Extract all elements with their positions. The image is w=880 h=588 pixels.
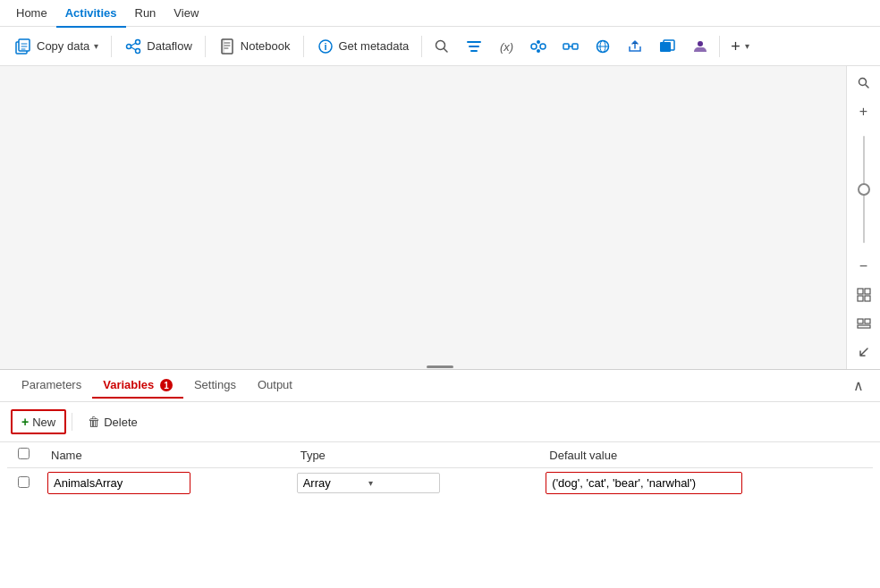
filter-button[interactable]	[460, 34, 488, 59]
tab-variables[interactable]: Variables 1	[92, 373, 183, 399]
dataflow-button[interactable]: Dataflow	[117, 34, 199, 59]
variables-table-container: Name Type Default value	[0, 442, 880, 498]
svg-rect-19	[572, 44, 578, 49]
row-name-cell	[40, 468, 290, 499]
svg-rect-32	[865, 319, 870, 323]
notebook-icon	[218, 38, 236, 55]
fit-width-button[interactable]	[850, 310, 877, 337]
row-default-value-cell	[538, 468, 873, 499]
outlook-button[interactable]: O	[653, 34, 681, 59]
svg-point-15	[540, 44, 546, 49]
panel-collapse-button[interactable]: ∧	[848, 375, 869, 396]
delete-label: Delete	[104, 416, 138, 429]
svg-text:O: O	[665, 42, 671, 50]
tab-output[interactable]: Output	[247, 373, 303, 399]
col-header-name: Name	[40, 442, 290, 468]
svg-point-17	[537, 49, 540, 53]
fit-page-button[interactable]	[850, 281, 877, 308]
more-button[interactable]: + ▾	[725, 35, 755, 58]
zoom-in-icon: +	[859, 105, 867, 119]
more-chevron: ▾	[745, 41, 749, 51]
delete-button[interactable]: 🗑 Delete	[78, 410, 148, 433]
col-header-default-value: Default value	[538, 442, 873, 468]
zoom-slider-track[interactable]	[863, 136, 865, 243]
variables-badge: 1	[160, 379, 173, 391]
pipeline-button[interactable]	[556, 34, 585, 59]
row-checkbox[interactable]	[18, 476, 30, 488]
delete-icon: 🗑	[88, 415, 100, 429]
teams-icon	[690, 38, 708, 55]
filter-icon	[465, 38, 483, 55]
zoom-out-button[interactable]: −	[850, 253, 877, 280]
svg-rect-10	[467, 41, 481, 43]
svg-rect-27	[858, 289, 863, 294]
table-row: Array ▾	[7, 468, 873, 499]
toolbar-sep-2	[205, 36, 206, 57]
get-metadata-label: Get metadata	[339, 39, 410, 53]
menu-bar: Home Activities Run View	[0, 0, 880, 27]
svg-rect-18	[563, 44, 569, 49]
copy-data-button[interactable]: Copy data ▾	[7, 34, 106, 59]
name-input[interactable]	[47, 472, 190, 494]
collapse-canvas-button[interactable]	[850, 339, 877, 365]
notebook-button[interactable]: Notebook	[211, 34, 298, 59]
search-toolbar-button[interactable]	[427, 34, 456, 59]
row-type-cell: Array ▾	[290, 468, 539, 499]
globe-icon	[594, 38, 612, 55]
tab-output-label: Output	[258, 378, 292, 391]
svg-rect-6	[222, 39, 224, 54]
svg-point-2	[127, 44, 131, 48]
zoom-in-button[interactable]: +	[850, 98, 877, 125]
share-icon	[626, 38, 644, 55]
svg-rect-29	[858, 296, 863, 301]
copy-data-icon	[14, 38, 32, 55]
copy-data-chevron: ▾	[94, 41, 98, 51]
tab-parameters[interactable]: Parameters	[11, 373, 92, 399]
tab-settings-label: Settings	[194, 378, 236, 391]
type-select-value: Array	[303, 476, 368, 490]
tab-settings[interactable]: Settings	[183, 373, 247, 399]
new-button[interactable]: + New	[11, 409, 66, 434]
activities-button[interactable]	[524, 34, 553, 59]
outlook-icon: O	[658, 38, 676, 55]
col-header-type: Type	[290, 442, 539, 468]
svg-rect-28	[865, 289, 870, 294]
more-label: +	[731, 38, 740, 55]
menu-activities[interactable]: Activities	[56, 3, 126, 23]
menu-home[interactable]: Home	[7, 3, 56, 23]
svg-rect-12	[470, 50, 478, 52]
right-controls: + −	[846, 66, 880, 369]
type-select-chevron: ▾	[368, 478, 434, 488]
col-header-checkbox	[7, 442, 40, 468]
activities-icon	[529, 38, 547, 55]
copy-data-label: Copy data	[37, 39, 89, 53]
toolbar-sep-1	[111, 36, 112, 57]
search-canvas-button[interactable]	[850, 70, 877, 97]
dataflow-label: Dataflow	[147, 39, 192, 53]
select-all-checkbox[interactable]	[18, 448, 30, 459]
action-separator	[72, 413, 72, 431]
globe-button[interactable]	[588, 34, 617, 59]
svg-point-4	[136, 48, 140, 53]
formula-button[interactable]: (x)	[492, 34, 520, 59]
get-metadata-button[interactable]: i Get metadata	[309, 34, 417, 59]
teams-button[interactable]	[685, 34, 714, 59]
share-button[interactable]	[621, 34, 649, 59]
action-row: + New 🗑 Delete	[0, 402, 880, 442]
svg-point-3	[136, 39, 140, 44]
default-value-input[interactable]	[546, 472, 742, 494]
zoom-slider-thumb[interactable]	[858, 183, 870, 196]
pipeline-icon	[562, 38, 580, 55]
svg-text:(x): (x)	[500, 40, 513, 54]
panel-resize-handle[interactable]	[422, 364, 458, 369]
svg-rect-31	[858, 319, 863, 323]
canvas-area: + −	[0, 66, 880, 370]
svg-point-26	[859, 79, 866, 86]
svg-point-25	[698, 41, 703, 46]
menu-run[interactable]: Run	[126, 3, 165, 23]
svg-rect-33	[858, 325, 870, 328]
new-label: New	[32, 416, 55, 429]
menu-view[interactable]: View	[165, 3, 207, 23]
type-select[interactable]: Array ▾	[297, 473, 440, 493]
zoom-slider-container	[847, 127, 880, 251]
